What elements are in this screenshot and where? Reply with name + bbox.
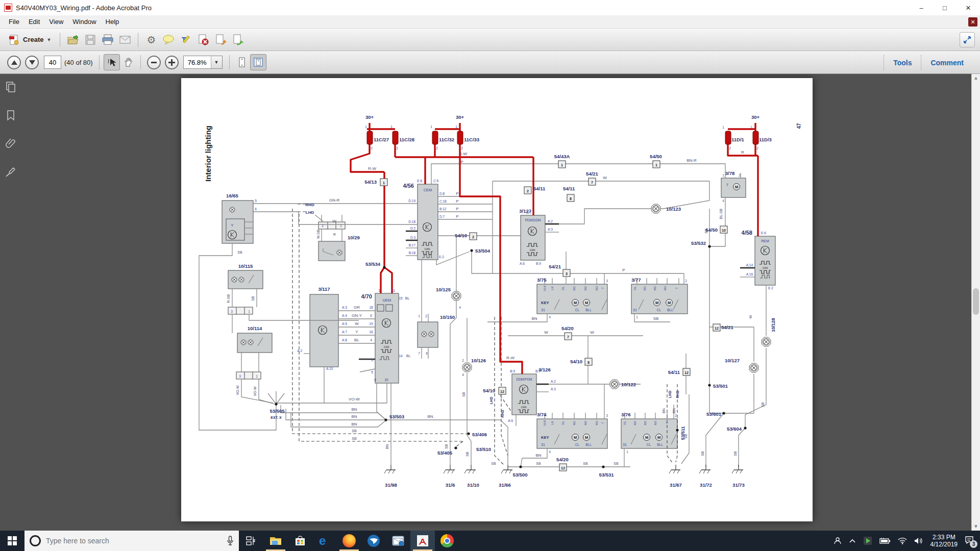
zoom-in-button[interactable] (165, 56, 179, 69)
svg-text:2: 2 (739, 173, 741, 177)
svg-text:M: M (668, 300, 671, 305)
export-pages-button[interactable] (229, 31, 247, 48)
comment-tab[interactable]: Comment (921, 59, 973, 67)
settings-button[interactable]: ⚙ (142, 31, 160, 48)
create-button[interactable]: Create ▼ (4, 32, 56, 47)
svg-text:5: 5 (371, 370, 373, 374)
taskbar-acrobat[interactable] (410, 531, 435, 551)
svg-text:6: 6 (370, 314, 372, 317)
svg-text:T: T (726, 183, 729, 187)
svg-text:16: 16 (369, 330, 373, 334)
tools-tab[interactable]: Tools (884, 59, 921, 67)
svg-text:SB: SB (704, 229, 708, 234)
svg-text:BL: BL (406, 354, 411, 358)
hand-tool-button[interactable] (120, 54, 136, 70)
svg-text:M2: M2 (644, 420, 647, 425)
menu-edit[interactable]: Edit (24, 18, 44, 26)
menu-help[interactable]: Help (101, 18, 124, 26)
svg-text:DDM/PDM: DDM/PDM (516, 378, 532, 381)
scroll-down-icon[interactable]: ▼ (973, 524, 978, 529)
expand-toolbar-button[interactable] (960, 32, 975, 47)
menu-view[interactable]: View (44, 18, 68, 26)
taskbar-file-explorer[interactable] (263, 531, 288, 551)
svg-text:SB: SB (462, 392, 465, 397)
menu-bar: File Edit View Window Help ✕ (0, 15, 980, 29)
wifi-icon[interactable] (898, 537, 907, 544)
page-thumbnails-icon[interactable] (5, 81, 16, 92)
search-input[interactable] (46, 537, 222, 545)
volume-icon[interactable] (914, 537, 923, 544)
svg-text:R-W: R-W (368, 166, 376, 171)
svg-text:20: 20 (384, 378, 388, 382)
svg-text:SB: SB (701, 451, 704, 456)
save-button[interactable] (82, 31, 99, 48)
svg-text:P: P (456, 199, 458, 204)
svg-text:11D/3: 11D/3 (759, 137, 772, 142)
vertical-scrollbar[interactable]: ▲ ▼ (971, 74, 980, 531)
taskbar-mail-client[interactable] (386, 531, 410, 551)
taskbar-search[interactable] (24, 531, 239, 551)
svg-text:10/29: 10/29 (348, 235, 360, 240)
open-button[interactable] (64, 31, 82, 48)
pdf-page: 12281171037812121212MMMMMMMMMCANCANCANCA… (181, 78, 813, 521)
scrolling-mode-button[interactable] (234, 54, 250, 70)
people-icon[interactable] (834, 537, 842, 545)
zoom-out-button[interactable] (147, 56, 161, 69)
svg-text:BL: BL (354, 338, 359, 342)
microphone-icon[interactable] (227, 536, 234, 546)
maximize-button[interactable]: □ (933, 0, 957, 15)
minimize-button[interactable]: – (910, 0, 933, 15)
svg-text:4/58: 4/58 (742, 230, 752, 236)
print-button[interactable] (99, 31, 116, 48)
attachments-icon[interactable] (5, 138, 16, 149)
email-button[interactable] (116, 31, 134, 48)
select-tool-button[interactable]: I (104, 54, 120, 70)
tray-app-icon[interactable] (863, 536, 872, 545)
signature-icon[interactable] (5, 167, 16, 178)
bookmarks-icon[interactable] (5, 110, 16, 121)
start-button[interactable] (0, 531, 24, 551)
zoom-level-control[interactable]: 76.8% ▼ (183, 56, 223, 69)
previous-page-button[interactable] (7, 56, 21, 69)
svg-text:53/503: 53/503 (389, 414, 404, 419)
delete-pages-button[interactable] (194, 31, 212, 48)
highlight-text-button[interactable]: T (177, 31, 194, 48)
taskbar-chrome[interactable] (435, 531, 459, 551)
taskbar-microsoft-store[interactable] (288, 531, 312, 551)
task-view-button[interactable] (239, 531, 263, 551)
menu-file[interactable]: File (4, 18, 24, 26)
scrollbar-thumb[interactable] (973, 288, 979, 315)
svg-text:SB: SB (352, 437, 357, 440)
svg-text:RHD: RHD (676, 390, 679, 398)
taskbar-firefox[interactable] (337, 531, 361, 551)
svg-text:6: 6 (426, 352, 428, 355)
svg-text:D:18: D:18 (408, 220, 415, 223)
comment-button[interactable] (160, 31, 177, 48)
close-button[interactable]: ✕ (957, 0, 980, 15)
taskbar-edge[interactable]: e (312, 531, 337, 551)
zoom-dropdown-button[interactable]: ▼ (211, 56, 222, 68)
extract-pages-button[interactable] (212, 31, 229, 48)
hidden-icons-chevron[interactable] (849, 538, 856, 543)
tray-clock[interactable]: 2:33 PM 4/12/2019 (930, 534, 958, 548)
battery-icon[interactable] (879, 537, 891, 544)
document-view: 12281171037812121212MMMMMMMMMCANCANCANCA… (0, 74, 980, 531)
svg-text:1: 1 (626, 450, 628, 454)
menu-window[interactable]: Window (68, 18, 101, 26)
svg-text:T: T (601, 422, 604, 424)
fit-page-button[interactable] (250, 54, 266, 70)
svg-text:3/78: 3/78 (725, 170, 735, 176)
svg-text:2: 2 (675, 414, 677, 417)
svg-text:53/505: 53/505 (270, 408, 285, 414)
action-center-button[interactable]: 3 (965, 536, 974, 546)
svg-text:SB: SB (614, 462, 619, 465)
scroll-up-icon[interactable]: ▲ (973, 76, 978, 81)
taskbar-thunderbird[interactable] (361, 531, 386, 551)
page-number-input[interactable] (44, 56, 61, 69)
next-page-button[interactable] (25, 56, 39, 69)
svg-text:16/65: 16/65 (226, 193, 238, 198)
svg-text:M2: M2 (584, 286, 587, 290)
close-document-icon[interactable]: ✕ (968, 17, 977, 27)
svg-text:BLL: BLL (667, 308, 673, 312)
svg-text:BN: BN (427, 414, 433, 419)
